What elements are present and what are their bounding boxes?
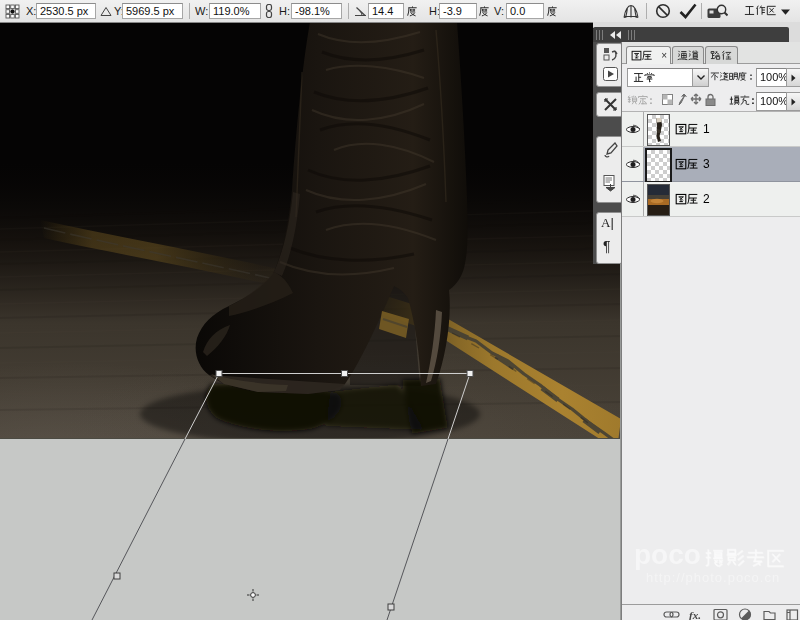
svg-text:fx.: fx. [689,609,701,620]
